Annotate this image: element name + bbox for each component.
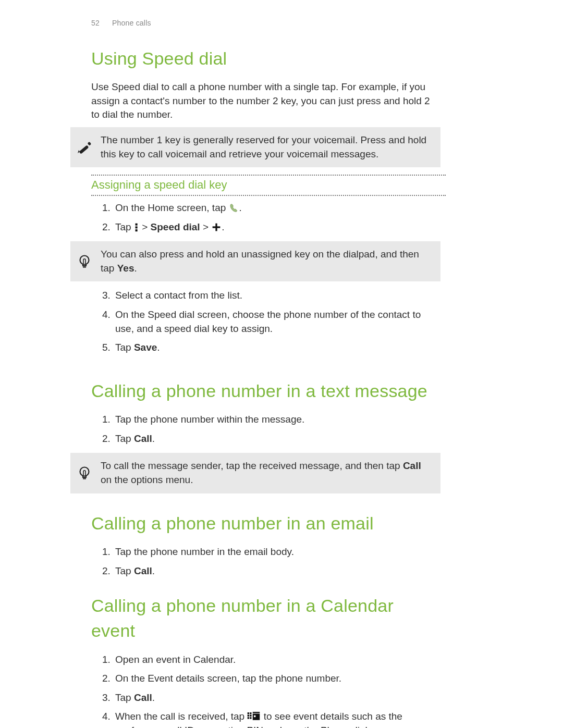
heading-calendar: Calling a phone number in a Calendar eve… <box>91 594 440 643</box>
list-item: When the call is received, tap to see ev… <box>113 710 440 728</box>
bulb-icon <box>76 254 93 269</box>
menu-icon <box>134 223 139 232</box>
tip-text: You can also press and hold an unassigne… <box>101 248 432 275</box>
heading-email: Calling a phone number in an email <box>91 511 440 536</box>
page: 52 Phone calls Using Speed dial Use Spee… <box>0 0 563 728</box>
list-item: Tap Call. <box>113 432 440 446</box>
list-item: Tap > Speed dial > . <box>113 220 440 235</box>
bulb-icon <box>76 465 93 481</box>
section-email: Calling a phone number in an email Tap t… <box>91 511 440 578</box>
page-number: 52 <box>91 18 100 29</box>
section-speed-dial: Using Speed dial Use Speed dial to call … <box>91 46 440 122</box>
list-item: Tap Call. <box>113 564 440 578</box>
list-item: Open an event in Calendar. <box>113 653 440 667</box>
dialer-calendar-icon <box>247 712 261 721</box>
list-item: Tap Call. <box>113 691 440 705</box>
steps-text-message: Tap the phone number within the message.… <box>91 413 440 446</box>
list-item: On the Speed dial screen, choose the pho… <box>113 308 440 336</box>
note-text: The number 1 key is generally reserved f… <box>101 133 432 161</box>
section-calendar: Calling a phone number in a Calendar eve… <box>91 594 440 728</box>
list-item: On the Event details screen, tap the pho… <box>113 672 440 686</box>
heading-text-message: Calling a phone number in a text message <box>91 379 440 404</box>
note-voicemail: The number 1 key is generally reserved f… <box>70 127 440 167</box>
heading-speed-dial: Using Speed dial <box>91 46 440 71</box>
tip-unassigned-key: You can also press and hold an unassigne… <box>70 241 440 281</box>
tip-text: To call the message sender, tap the rece… <box>101 459 432 487</box>
steps-email: Tap the phone number in the email body. … <box>91 545 440 578</box>
tip-call-sender: To call the message sender, tap the rece… <box>70 453 440 493</box>
section-text-message: Calling a phone number in a text message… <box>91 379 440 446</box>
subheading-assign-key: Assigning a speed dial key <box>91 175 446 196</box>
page-section: Phone calls <box>112 19 151 27</box>
steps-assign-key-cont: Select a contact from the list. On the S… <box>91 289 440 354</box>
steps-assign-key: On the Home screen, tap . Tap > Speed di… <box>91 201 440 234</box>
plus-icon <box>211 223 222 232</box>
intro-text: Use Speed dial to call a phone number wi… <box>91 80 440 122</box>
list-item: Tap the phone number within the message. <box>113 413 440 427</box>
list-item: On the Home screen, tap . <box>113 201 440 215</box>
list-item: Tap Save. <box>113 341 440 355</box>
steps-calendar: Open an event in Calendar. On the Event … <box>91 653 440 728</box>
page-header: 52 Phone calls <box>91 18 440 29</box>
phone-icon <box>229 203 239 213</box>
list-item: Tap the phone number in the email body. <box>113 545 440 559</box>
pencil-icon <box>76 140 93 155</box>
list-item: Select a contact from the list. <box>113 289 440 303</box>
